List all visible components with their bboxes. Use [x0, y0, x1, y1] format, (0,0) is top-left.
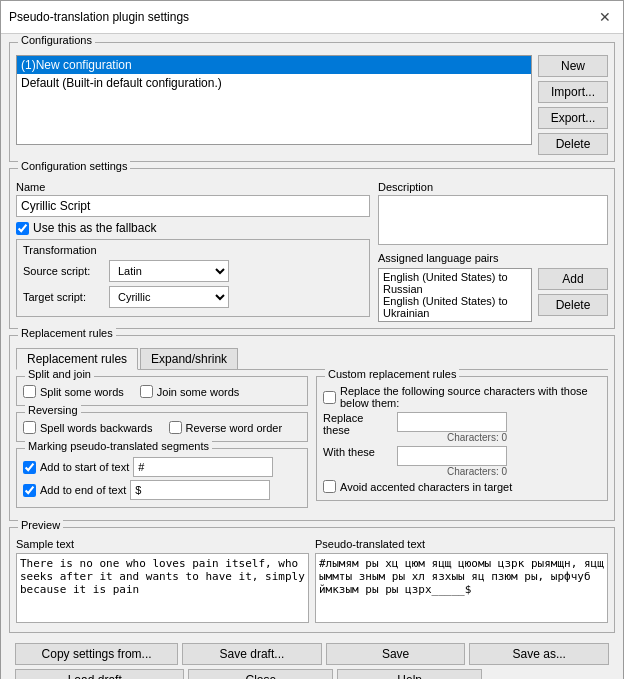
- config-right: Description Assigned language pairs Engl…: [378, 181, 608, 322]
- description-label: Description: [378, 181, 608, 193]
- replace-these-row: Replace these Characters: 0: [323, 412, 601, 443]
- source-script-select[interactable]: Latin: [109, 260, 229, 282]
- add-end-row: Add to end of text: [23, 480, 301, 500]
- pseudo-text-area[interactable]: [315, 553, 608, 623]
- fallback-label: Use this as the fallback: [33, 221, 156, 235]
- tab-replacement-rules[interactable]: Replacement rules: [16, 348, 138, 370]
- split-words-label: Split some words: [40, 386, 124, 398]
- replace-these-input[interactable]: [397, 412, 507, 432]
- with-chars-label: Characters: 0: [397, 466, 507, 477]
- join-words-label: Join some words: [157, 386, 240, 398]
- spell-backwards-label: Spell words backwards: [40, 422, 153, 434]
- marking-label: Marking pseudo-translated segments: [25, 440, 212, 452]
- target-script-row: Target script: Cyrillic: [23, 286, 363, 308]
- reverse-order-checkbox[interactable]: [169, 421, 182, 434]
- copy-settings-button[interactable]: Copy settings from...: [15, 643, 178, 665]
- save-draft-button[interactable]: Save draft...: [182, 643, 322, 665]
- export-button[interactable]: Export...: [538, 107, 608, 129]
- replace-these-field-group: Characters: 0: [397, 412, 507, 443]
- replacement-rules-section: Replacement rules Replacement rules Expa…: [9, 335, 615, 521]
- replacement-rules-body: Replacement rules Expand/shrink Split an…: [16, 342, 608, 514]
- reversing-row: Spell words backwards Reverse word order: [23, 421, 301, 434]
- load-draft-button[interactable]: Load draft...: [15, 669, 184, 679]
- name-input[interactable]: [16, 195, 370, 217]
- transformation-label: Transformation: [23, 244, 363, 256]
- add-start-row: Add to start of text: [23, 457, 301, 477]
- delete-lang-pair-button[interactable]: Delete: [538, 294, 608, 316]
- rules-columns: Split and join Split some words Join som…: [16, 376, 608, 514]
- assigned-lang-wrapper: Assigned language pairs English (United …: [378, 252, 608, 322]
- add-end-label: Add to end of text: [40, 484, 126, 496]
- add-end-input[interactable]: [130, 480, 270, 500]
- delete-config-button[interactable]: Delete: [538, 133, 608, 155]
- add-start-checkbox[interactable]: [23, 461, 36, 474]
- save-button[interactable]: Save: [326, 643, 466, 665]
- config-settings-inner: Name Use this as the fallback Transforma…: [16, 181, 608, 322]
- with-these-label: With these: [323, 446, 393, 458]
- title-bar: Pseudo-translation plugin settings ✕: [1, 1, 623, 34]
- replace-chars-label: Characters: 0: [397, 432, 507, 443]
- source-script-label: Source script:: [23, 265, 103, 277]
- with-these-input[interactable]: [397, 446, 507, 466]
- new-config-button[interactable]: New: [538, 55, 608, 77]
- configurations-section: Configurations (1)New configuration Defa…: [9, 42, 615, 162]
- custom-rules-section: Custom replacement rules Replace the fol…: [316, 376, 608, 501]
- custom-description-row: Replace the following source characters …: [323, 385, 601, 409]
- replace-these-label: Replace these: [323, 412, 393, 436]
- sample-col: Sample text: [16, 538, 309, 626]
- marking-section: Marking pseudo-translated segments Add t…: [16, 448, 308, 508]
- description-input[interactable]: [378, 195, 608, 245]
- name-field-row: Name: [16, 181, 370, 217]
- config-list[interactable]: (1)New configuration Default (Built-in d…: [16, 55, 532, 145]
- bottom-row-2: Load draft... Close Help: [15, 669, 609, 679]
- with-these-field-group: Characters: 0: [397, 446, 507, 477]
- sample-label: Sample text: [16, 538, 309, 550]
- pseudo-label: Pseudo-translated text: [315, 538, 608, 550]
- lang-pair-buttons: Add Delete: [538, 268, 608, 322]
- assigned-lang-label: Assigned language pairs: [378, 252, 608, 264]
- join-words-checkbox[interactable]: [140, 385, 153, 398]
- main-content: Configurations (1)New configuration Defa…: [1, 34, 623, 679]
- name-field-group: Name: [16, 181, 370, 217]
- preview-label: Preview: [18, 519, 63, 531]
- custom-description-text: Replace the following source characters …: [340, 385, 601, 409]
- preview-columns: Sample text Pseudo-translated text: [16, 538, 608, 626]
- marking-content: Add to start of text Add to end of text: [23, 457, 301, 500]
- config-left: Name Use this as the fallback Transforma…: [16, 181, 370, 322]
- avoid-accented-checkbox[interactable]: [323, 480, 336, 493]
- source-script-row: Source script: Latin: [23, 260, 363, 282]
- tab-expand-shrink[interactable]: Expand/shrink: [140, 348, 238, 369]
- spell-backwards-checkbox[interactable]: [23, 421, 36, 434]
- reversing-section: Reversing Spell words backwards Reverse …: [16, 412, 308, 442]
- avoid-accented-row: Avoid accented characters in target: [323, 480, 601, 493]
- fallback-checkbox[interactable]: [16, 222, 29, 235]
- lang-pair-list: English (United States) to Russian Engli…: [378, 268, 532, 322]
- close-dialog-button[interactable]: Close: [188, 669, 333, 679]
- add-start-input[interactable]: [133, 457, 273, 477]
- split-words-checkbox[interactable]: [23, 385, 36, 398]
- lang-pair-0: English (United States) to Russian: [383, 271, 527, 295]
- name-label: Name: [16, 181, 370, 193]
- pseudo-col: Pseudo-translated text: [315, 538, 608, 626]
- help-button[interactable]: Help: [337, 669, 482, 679]
- custom-rules-checkbox[interactable]: [323, 391, 336, 404]
- bottom-row-1: Copy settings from... Save draft... Save…: [15, 643, 609, 665]
- split-words-row: Split some words Join some words: [23, 385, 301, 398]
- config-settings-section: Configuration settings Name Use: [9, 168, 615, 329]
- config-item-1[interactable]: Default (Built-in default configuration.…: [17, 74, 531, 92]
- config-settings-label: Configuration settings: [18, 160, 130, 172]
- with-these-row: With these Characters: 0: [323, 446, 601, 477]
- rules-tabs: Replacement rules Expand/shrink: [16, 348, 608, 370]
- add-end-checkbox[interactable]: [23, 484, 36, 497]
- sample-text-area[interactable]: [16, 553, 309, 623]
- spacer: [486, 669, 609, 679]
- config-item-0[interactable]: (1)New configuration: [17, 56, 531, 74]
- save-as-button[interactable]: Save as...: [469, 643, 609, 665]
- add-lang-pair-button[interactable]: Add: [538, 268, 608, 290]
- import-button[interactable]: Import...: [538, 81, 608, 103]
- config-buttons: New Import... Export... Delete: [538, 55, 608, 155]
- close-window-button[interactable]: ✕: [595, 7, 615, 27]
- target-script-select[interactable]: Cyrillic: [109, 286, 229, 308]
- config-settings-body: Name Use this as the fallback Transforma…: [16, 175, 608, 322]
- reversing-content: Spell words backwards Reverse word order: [23, 421, 301, 434]
